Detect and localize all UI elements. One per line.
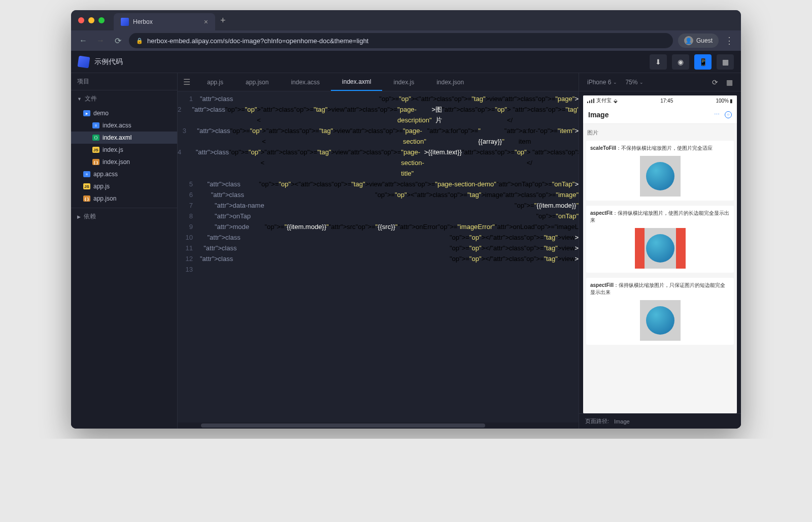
qrcode-button[interactable]: ◉ [672, 54, 689, 70]
zoom-selector[interactable]: 75% ⌄ [622, 79, 647, 86]
file-label: index.js [103, 146, 123, 153]
code-line: 6 "attr">class"op">="op"><"attr">class"o… [178, 189, 579, 200]
tab-index-json[interactable]: index.json [425, 73, 475, 91]
card-title: scaleToFill：不保持纵横比缩放图片，使图片完全适应 [590, 145, 730, 152]
tab-app-js[interactable]: app.js [196, 73, 234, 91]
new-tab-button[interactable]: + [220, 15, 226, 26]
file-label: index.axml [103, 134, 131, 141]
footer-path-label: 页面路径: [585, 417, 609, 425]
code-line: 7 "attr">data-name"op">="{{item.mode}}" [178, 200, 579, 211]
device-selector[interactable]: iPhone 6 ⌄ [584, 79, 620, 86]
profile-button[interactable]: 👤 Guest [678, 34, 719, 48]
tab-app-json[interactable]: app.json [234, 73, 280, 91]
back-button[interactable]: ← [77, 36, 89, 45]
body-section-label: 图片 [587, 129, 733, 137]
file-app-json[interactable]: { } app.json [71, 192, 177, 205]
scrollbar-thumb[interactable] [201, 423, 485, 428]
more-icon[interactable]: ⋯ [714, 111, 720, 118]
profile-label: Guest [696, 37, 713, 44]
preview-panel: iPhone 6 ⌄ 75% ⌄ ⟳ ▦ 支付宝 ⬙ [579, 73, 741, 429]
editor-tab-bar: ☰ app.js app.json index.acss index.axml … [178, 73, 579, 91]
device-label: iPhone 6 [587, 79, 611, 86]
hamburger-icon[interactable]: ☰ [178, 73, 196, 91]
page-title: Image [588, 111, 714, 119]
preview-toolbar: iPhone 6 ⌄ 75% ⌄ ⟳ ▦ [579, 73, 741, 91]
tab-index-axml[interactable]: index.axml [331, 73, 382, 91]
file-index-axml[interactable]: 〈〉 index.axml [71, 132, 177, 144]
signal-icon [587, 99, 594, 103]
file-label: app.js [93, 183, 110, 190]
reload-button[interactable]: ⟳ [112, 36, 124, 46]
sidebar-project-label: 项目 [71, 73, 177, 90]
forward-button[interactable]: → [94, 36, 107, 45]
maximize-window-button[interactable] [98, 17, 105, 23]
url-field[interactable]: 🔒 herbox-embed.alipay.com/s/doc-image?ch… [129, 33, 673, 48]
app-toolbar: 示例代码 ⬇ ◉ 📱 ▦ [71, 51, 741, 73]
chevron-down-icon: ⌄ [639, 80, 644, 85]
layout-grid-button[interactable]: ▦ [717, 54, 734, 70]
phone-body[interactable]: 图片 scaleToFill：不保持纵横比缩放图片，使图片完全适应 aspect… [583, 124, 737, 413]
file-app-acss[interactable]: ≡ app.acss [71, 168, 177, 180]
sidebar-deps-header[interactable]: ▶ 依赖 [71, 208, 177, 225]
file-index-js[interactable]: JS index.js [71, 144, 177, 156]
address-bar: ← → ⟳ 🔒 herbox-embed.alipay.com/s/doc-im… [71, 30, 741, 51]
tab-index-js[interactable]: index.js [382, 73, 425, 91]
axml-icon: 〈〉 [92, 135, 99, 141]
minimize-window-button[interactable] [88, 17, 94, 23]
app-title: 示例代码 [94, 57, 645, 67]
url-text: herbox-embed.alipay.com/s/doc-image?chIn… [147, 37, 368, 45]
editor-area: ☰ app.js app.json index.acss index.axml … [178, 73, 579, 429]
traffic-lights [78, 17, 105, 23]
code-line: 2 "attr">class"op">="op"><"attr">class"o… [178, 104, 579, 125]
file-label: app.acss [93, 171, 118, 178]
tab-index-acss[interactable]: index.acss [280, 73, 331, 91]
refresh-preview-button[interactable]: ⟳ [709, 78, 721, 86]
device-preview-button[interactable]: 📱 [694, 54, 712, 70]
browser-menu-button[interactable]: ⋮ [724, 35, 735, 46]
json-icon: { } [92, 159, 99, 165]
code-line: 8 "attr">onTap"op">="onTap" [178, 211, 579, 221]
folder-demo[interactable]: ▸ demo [71, 107, 177, 119]
close-tab-icon[interactable]: × [204, 18, 208, 26]
phone-simulator: 支付宝 ⬙ 17:45 100% ▮ Image ⋯ ○ [583, 95, 737, 413]
card-title: aspectFill：保持纵横比缩放图片，只保证图片的短边能完全显示出来 [590, 282, 730, 296]
browser-tab[interactable]: Herbox × [114, 13, 215, 30]
sidebar-files-header[interactable]: ▼ 文件 [71, 90, 177, 107]
file-index-json[interactable]: { } index.json [71, 156, 177, 168]
target-icon[interactable]: ○ [725, 111, 732, 118]
browser-tab-title: Herbox [133, 18, 200, 25]
js-icon: JS [83, 183, 90, 189]
file-label: index.json [103, 158, 130, 166]
avatar-icon: 👤 [684, 36, 693, 45]
horizontal-scrollbar[interactable] [178, 422, 579, 429]
file-index-acss[interactable]: ≡ index.acss [71, 119, 177, 132]
caret-down-icon: ▼ [77, 96, 82, 102]
browser-window: Herbox × + ← → ⟳ 🔒 herbox-embed.alipay.c… [71, 10, 741, 429]
code-editor[interactable]: 1"attr">class"op">="op"><"attr">class"op… [178, 91, 579, 422]
battery-label: 100% [716, 98, 729, 104]
file-label: index.acss [103, 122, 131, 129]
grid-view-button[interactable]: ▦ [723, 78, 736, 86]
card-title: aspectFit：保持纵横比缩放图片，使图片的长边能完全显示出来 [590, 210, 730, 224]
phone-nav-bar: Image ⋯ ○ [583, 106, 737, 124]
image-mode-card: aspectFill：保持纵横比缩放图片，只保证图片的短边能完全显示出来 [586, 278, 734, 345]
wifi-icon: ⬙ [614, 98, 618, 104]
favicon-icon [121, 18, 129, 26]
close-window-button[interactable] [78, 17, 84, 23]
phone-status-bar: 支付宝 ⬙ 17:45 100% ▮ [583, 95, 737, 106]
acss-icon: ≡ [92, 122, 99, 128]
js-icon: JS [92, 147, 99, 153]
clock-label: 17:45 [660, 98, 673, 104]
image-mode-card: aspectFit：保持纵横比缩放图片，使图片的长边能完全显示出来 [586, 206, 734, 273]
battery-icon: ▮ [730, 98, 733, 104]
main-area: 项目 ▼ 文件 ▸ demo ≡ index.acss 〈〉 index.axm… [71, 73, 741, 429]
titlebar: Herbox × + [71, 10, 741, 30]
file-label: app.json [93, 195, 116, 202]
download-button[interactable]: ⬇ [650, 54, 667, 70]
code-line: 1"attr">class"op">="op"><"attr">class"op… [178, 93, 579, 104]
chevron-down-icon: ⌄ [613, 80, 617, 85]
carrier-label: 支付宝 [596, 97, 612, 104]
sidebar: 项目 ▼ 文件 ▸ demo ≡ index.acss 〈〉 index.axm… [71, 73, 178, 429]
code-line: 13 [178, 264, 579, 275]
file-app-js[interactable]: JS app.js [71, 180, 177, 192]
